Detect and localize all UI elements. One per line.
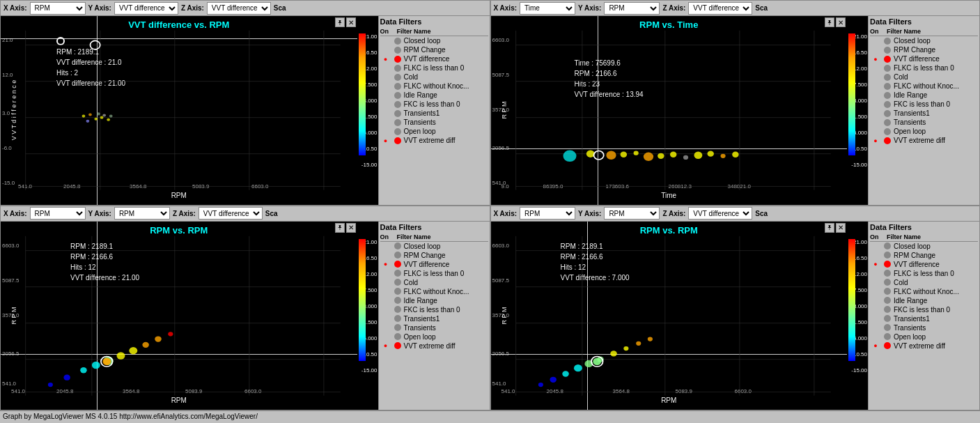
scale-label-tl: Sca: [274, 4, 286, 12]
df-row-flkc-tl[interactable]: FLKC is less than 0: [380, 63, 488, 72]
chart-bl[interactable]: RPM vs. RPM ✕ 🖈 6603.0 5087.5 3572.0 205…: [1, 222, 357, 410]
df-row-closed-tr[interactable]: Closed loop: [870, 36, 978, 45]
df-row-flkck-br[interactable]: FLKC without Knoc...: [870, 287, 978, 296]
panel-content-tl: VVT difference vs. RPM ✕ 🖈 21.0 12.0 3.0…: [1, 16, 490, 205]
y-axis-select-tl[interactable]: VVT difference: [114, 2, 178, 15]
z-axis-select-br[interactable]: VVT difference: [688, 207, 752, 220]
y-axis-select-bl[interactable]: RPM: [114, 207, 170, 220]
close-btn-tl[interactable]: ✕: [346, 17, 356, 27]
df-row-vvtext-tr[interactable]: ● VVT extreme diff: [870, 136, 978, 145]
df-title-tr: Data Filters: [870, 17, 978, 26]
df-row-cold-bl[interactable]: Cold: [380, 278, 488, 287]
df-row-cold-br[interactable]: Cold: [870, 278, 978, 287]
df-row-flkck-tr[interactable]: FLKC without Knoc...: [870, 82, 978, 91]
chart-tr[interactable]: RPM vs. Time ✕ 🖈 6603.0 5087.5 3572.0 20…: [491, 16, 848, 205]
x-axis-select-br[interactable]: RPM: [520, 207, 575, 220]
df-row-vvt-tl[interactable]: ● VVT difference: [380, 54, 488, 63]
svg-point-42: [732, 152, 739, 157]
df-row-t-br[interactable]: Transients: [870, 323, 978, 332]
df-row-rpm-br[interactable]: RPM Change: [870, 251, 978, 260]
chart-svg-br: [491, 222, 848, 410]
df-row-cold-tl[interactable]: Cold: [380, 72, 488, 82]
df-row-vvtext-tl[interactable]: ● VVT extreme diff: [380, 136, 488, 145]
df-row-t1-bl[interactable]: Transients1: [380, 314, 488, 323]
df-row-closed-bl[interactable]: Closed loop: [380, 242, 488, 251]
svg-point-32: [606, 151, 616, 160]
df-header-name: Filter Name: [397, 28, 431, 35]
pin-btn-tl[interactable]: 🖈: [335, 17, 345, 27]
df-name-vvt: VVT difference: [404, 55, 450, 63]
z-axis-label-bl: Z Axis:: [173, 210, 196, 217]
x-axis-select-bl[interactable]: RPM: [30, 207, 86, 220]
z-axis-select-tl[interactable]: VVT difference: [207, 2, 271, 15]
df-row-flkc-tr[interactable]: FLKC is less than 0: [870, 63, 978, 72]
df-row-idle-tl[interactable]: Idle Range: [380, 91, 488, 100]
df-row-vvtext-bl[interactable]: ● VVT extreme diff: [380, 341, 488, 351]
close-btn-br[interactable]: ✕: [836, 223, 846, 233]
df-dot-idle: [394, 92, 401, 99]
df-row-idle-bl[interactable]: Idle Range: [380, 296, 488, 305]
chart-tl[interactable]: VVT difference vs. RPM ✕ 🖈 21.0 12.0 3.0…: [1, 16, 357, 205]
pin-btn-tr[interactable]: 🖈: [825, 17, 834, 27]
df-row-t1-br[interactable]: Transients1: [870, 314, 978, 323]
df-row-vvt-bl[interactable]: ● VVT difference: [380, 260, 488, 269]
df-row-flkc-knock-tl[interactable]: FLKC without Knoc...: [380, 82, 488, 91]
svg-point-79: [562, 371, 569, 376]
x-axis-select-tl[interactable]: RPM: [30, 2, 86, 15]
df-row-fkc-br[interactable]: FKC is less than 0: [870, 305, 978, 314]
df-row-vvt-tr[interactable]: ● VVT difference: [870, 54, 978, 63]
scale-label-bl: Sca: [265, 210, 278, 217]
chart-br[interactable]: RPM vs. RPM ✕ 🖈 6603.0 5087.5 3572.0 205…: [491, 222, 848, 410]
df-row-cold-tr[interactable]: Cold: [870, 72, 978, 82]
df-row-trans-tl[interactable]: Transients: [380, 118, 488, 127]
df-row-flkc-bl[interactable]: FLKC is less than 0: [380, 269, 488, 278]
df-row-open-bl[interactable]: Open loop: [380, 332, 488, 341]
df-dot-open: [394, 128, 401, 135]
df-row-fkc-tl[interactable]: FKC is less than 0: [380, 100, 488, 109]
colorbar-tl: 21.00 16.50 12.00 7.500 3.000 -1.500 -6.…: [357, 16, 378, 205]
pin-btn-br[interactable]: 🖈: [825, 223, 834, 233]
df-row-t-bl[interactable]: Transients: [380, 323, 488, 332]
axis-bar-top-left: X Axis: RPM Y Axis: VVT difference Z Axi…: [1, 1, 490, 16]
pin-btn-bl[interactable]: 🖈: [335, 223, 345, 233]
svg-point-37: [669, 152, 676, 157]
df-row-open-br[interactable]: Open loop: [870, 332, 978, 341]
df-row-rpm-bl[interactable]: RPM Change: [380, 251, 488, 260]
svg-point-34: [633, 151, 638, 155]
df-dot-rpm: [394, 47, 401, 54]
data-filters-bl: Data Filters On Filter Name Closed loop …: [378, 222, 490, 410]
x-axis-select-tr[interactable]: Time: [520, 2, 575, 15]
svg-point-62: [142, 341, 149, 347]
colorbar-br: 21.00 16.50 12.00 7.500 3.000 -1.500 -6.…: [847, 222, 868, 410]
df-row-rpm-tr[interactable]: RPM Change: [870, 45, 978, 54]
df-row-fkc-bl[interactable]: FKC is less than 0: [380, 305, 488, 314]
df-dot-vvtext: [394, 137, 401, 144]
df-row-idle-br[interactable]: Idle Range: [870, 296, 978, 305]
y-axis-select-br[interactable]: RPM: [604, 207, 660, 220]
close-btn-bl[interactable]: ✕: [346, 223, 356, 233]
df-row-open-tr[interactable]: Open loop: [870, 127, 978, 136]
top-row: X Axis: RPM Y Axis: VVT difference Z Axi…: [0, 0, 980, 206]
df-row-idle-tr[interactable]: Idle Range: [870, 91, 978, 100]
z-axis-select-bl[interactable]: VVT difference: [199, 207, 263, 220]
df-row-trans1-tl[interactable]: Transients1: [380, 109, 488, 118]
df-row-flkck-bl[interactable]: FLKC without Knoc...: [380, 287, 488, 296]
svg-point-66: [102, 357, 111, 364]
df-row-fkc-tr[interactable]: FKC is less than 0: [870, 100, 978, 109]
svg-point-55: [48, 382, 53, 386]
df-row-closed-br[interactable]: Closed loop: [870, 242, 978, 251]
df-row-open-tl[interactable]: Open loop: [380, 127, 488, 136]
df-row-vvt-br[interactable]: ● VVT difference: [870, 260, 978, 269]
close-btn-tr[interactable]: ✕: [836, 17, 846, 27]
svg-point-83: [610, 351, 617, 356]
df-row-vvtext-br[interactable]: ● VVT extreme diff: [870, 341, 978, 351]
df-row-flkc-br[interactable]: FLKC is less than 0: [870, 269, 978, 278]
svg-point-80: [573, 364, 582, 371]
df-row-closed-loop-tl[interactable]: Closed loop: [380, 36, 488, 45]
y-axis-select-tr[interactable]: RPM: [604, 2, 660, 15]
df-row-t-tr[interactable]: Transients: [870, 118, 978, 127]
df-row-rpm-change-tl[interactable]: RPM Change: [380, 45, 488, 54]
footer-text: Graph by MegaLogViewer MS 4.0.15 http://…: [3, 413, 258, 420]
z-axis-select-tr[interactable]: VVT difference: [688, 2, 752, 15]
df-row-t1-tr[interactable]: Transients1: [870, 109, 978, 118]
